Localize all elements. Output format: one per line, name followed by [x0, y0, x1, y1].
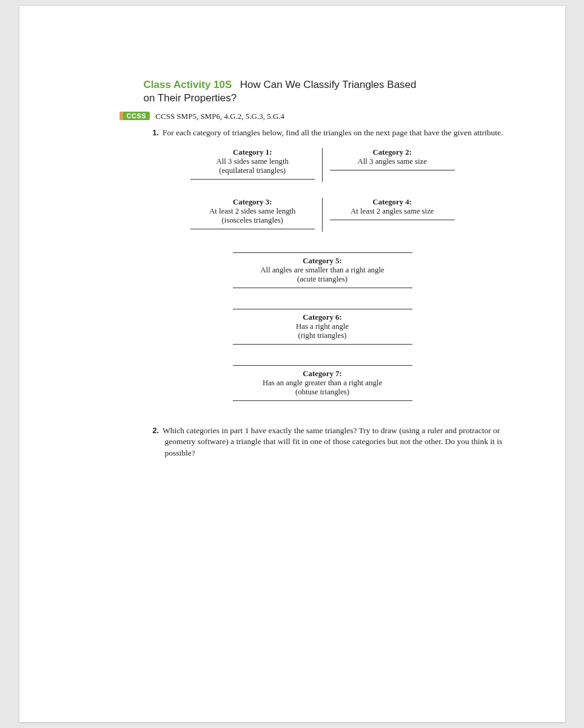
category-6-desc: Has a right angle — [226, 322, 420, 331]
category-5-desc: All angles are smaller than a right angl… — [226, 266, 420, 275]
category-5: Category 5: All angles are smaller than … — [226, 252, 420, 288]
category-3-desc: At least 2 sides same length — [187, 207, 319, 216]
answer-line — [233, 344, 412, 345]
category-7: Category 7: Has an angle greater than a … — [226, 365, 420, 401]
category-7-paren: (obtuse triangles) — [226, 388, 420, 397]
categories-block: Category 1: All 3 sides same length (equ… — [183, 148, 462, 401]
category-7-title: Category 7: — [303, 369, 341, 378]
activity-header: Class Activity 10S How Can We Classify T… — [144, 79, 523, 104]
category-2: Category 2: All 3 angles same size — [323, 148, 462, 182]
category-6-paren: (right triangles) — [226, 331, 420, 340]
answer-line — [190, 179, 315, 180]
ccss-badge: CCSS — [119, 112, 150, 120]
answer-line — [233, 288, 412, 288]
question-2-text: Which categories in part 1 have exactly … — [163, 426, 502, 457]
question-2-number: 2. — [153, 426, 159, 435]
question-1-text: For each category of triangles below, fi… — [163, 128, 503, 137]
category-row-1: Category 1: All 3 sides same length (equ… — [183, 148, 462, 182]
category-5-paren: (acute triangles) — [226, 275, 420, 284]
answer-line — [330, 220, 455, 220]
answer-line — [330, 170, 455, 170]
answer-line — [233, 400, 412, 401]
category-4: Category 4: At least 2 angles same size — [323, 198, 462, 232]
category-6: Category 6: Has a right angle (right tri… — [226, 309, 420, 345]
category-6-title: Category 6: — [303, 313, 341, 322]
category-3-paren: (isosceles triangles) — [187, 216, 319, 225]
category-2-title: Category 2: — [373, 148, 412, 157]
category-row-2: Category 3: At least 2 sides same length… — [183, 198, 462, 232]
category-4-title: Category 4: — [373, 198, 412, 206]
category-1-desc: All 3 sides same length — [187, 157, 319, 166]
question-1-number: 1. — [153, 129, 159, 137]
ccss-standards: CCSS SMP5, SMP6, 4.G.2, 5.G.3, 5.G.4 — [155, 112, 284, 121]
category-1-title: Category 1: — [233, 148, 272, 157]
ccss-row: CCSS CCSS SMP5, SMP6, 4.G.2, 5.G.3, 5.G.… — [119, 112, 523, 121]
category-1: Category 1: All 3 sides same length (equ… — [183, 148, 323, 182]
category-3-title: Category 3: — [233, 198, 272, 206]
category-3: Category 3: At least 2 sides same length… — [183, 198, 323, 232]
category-2-desc: All 3 angles same size — [326, 157, 458, 166]
activity-title-line2: on Their Properties? — [144, 92, 523, 104]
category-1-paren: (equilateral triangles) — [187, 166, 319, 175]
answer-line — [190, 229, 315, 229]
question-2: 2.Which categories in part 1 have exactl… — [153, 425, 523, 459]
activity-label: Class Activity 10S — [144, 79, 232, 90]
category-4-desc: At least 2 angles same size — [326, 207, 458, 216]
question-1: 1.For each category of triangles below, … — [153, 127, 523, 138]
category-5-title: Category 5: — [303, 257, 341, 265]
activity-title-line1: How Can We Classify Triangles Based — [234, 79, 416, 90]
page: Class Activity 10S How Can We Classify T… — [19, 6, 565, 722]
category-7-desc: Has an angle greater than a right angle — [226, 379, 420, 388]
